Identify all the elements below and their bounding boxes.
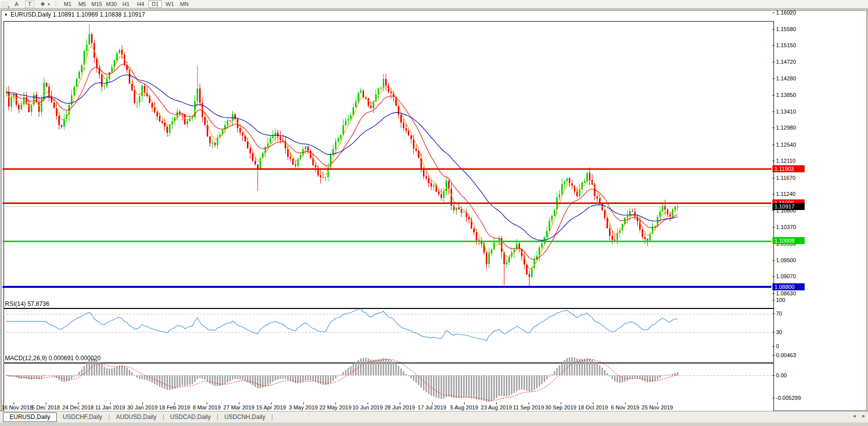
price-axis-tick [772,178,774,178]
macd-axis-label: 0.00463 [776,352,811,359]
price-axis-label: 1.10370 [776,224,811,231]
chevron-down-icon[interactable]: ▾ [48,2,50,7]
timeframe-button-w1[interactable]: W1 [163,1,177,8]
price-tag-108800: 1.08800 [772,283,805,290]
price-axis-tick [772,62,774,62]
text-tool-button[interactable]: T [25,1,34,8]
price-tag-110917: 1.10917 [772,203,805,210]
rsi-label: RSI(14) 57.8736 [5,300,49,307]
timeframe-button-m1[interactable]: M1 [61,1,74,8]
tab-usdcad-daily[interactable]: USDCAD,Daily [164,412,217,422]
rsi-axis-tick [772,332,774,333]
timeframe-button-h1[interactable]: H1 [119,1,133,8]
macd-axis-tick [772,355,774,356]
price-axis-label: 1.16020 [776,9,811,16]
tab-scroll-nav: ◄ ► [852,413,866,418]
price-axis-label: 1.12540 [776,141,811,148]
rsi-axis-tick [772,300,774,300]
symbol-tabs: EURUSD,DailyUSDCHF,Daily|AUDUSD,Daily|US… [0,412,273,422]
price-axis-tick [772,145,774,145]
chart-title-text: EURUSD,Daily 1.10891 1.10969 1.10838 1.1… [11,11,145,18]
price-axis-label: 1.11670 [776,174,811,181]
price-axis-label: 1.09500 [776,257,811,264]
price-axis-label: 1.11240 [776,190,811,197]
chart-collapse-icon[interactable]: ▼ [4,13,8,17]
timeframe-button-m5[interactable]: M5 [75,1,89,8]
toolbar-grip-label: F [8,6,10,9]
macd-axis-tick [772,398,774,398]
price-chart-canvas[interactable] [3,11,771,297]
price-axis-tick [772,95,774,95]
rsi-indicator-canvas[interactable] [3,299,771,352]
price-axis-label: 1.15580 [776,26,811,33]
price-tag-110008: 1.10008 [772,237,805,244]
status-strip [0,422,868,426]
price-axis-label: 1.12980 [776,124,811,131]
rsi-axis-label: 0 [776,343,811,350]
tab-scroll-left-button[interactable]: ◄ [852,413,856,418]
macd-axis-tick [772,375,774,376]
price-tag-111903: 1.11903 [772,165,805,172]
price-axis-tick [772,293,774,294]
price-axis-tick [772,210,774,211]
rsi-axis-tick [772,313,774,314]
price-axis-label: 1.13850 [776,91,811,98]
price-axis-label: 1.14720 [776,58,811,65]
tab-usdcnh-daily[interactable]: USDCNH,Daily [218,412,271,422]
price-axis-tick [772,194,774,194]
rsi-axis-label: 70 [776,310,811,317]
chart-title: ▼ EURUSD,Daily 1.10891 1.10969 1.10838 1… [4,11,145,18]
price-axis-label: 1.14280 [776,75,811,82]
price-axis-label: 1.12110 [776,157,811,164]
rsi-axis-label: 30 [776,329,811,336]
macd-label: MACD(12,26,9) 0.000691 0.000020 [5,355,101,362]
toolbar-grip-icon[interactable]: F [1,2,9,7]
price-axis-tick [772,161,774,161]
price-axis-label: 1.09070 [776,273,811,280]
price-axis-tick [772,29,774,30]
timeframe-button-h4[interactable]: H4 [134,1,147,8]
price-axis-tick [772,78,774,79]
tab-audusd-daily[interactable]: AUDUSD,Daily [110,412,163,422]
date-axis[interactable]: 16 Nov 20185 Dec 201824 Dec 201811 Jan 2… [0,403,866,411]
rsi-axis-label: 100 [776,296,811,303]
price-axis-label: 1.08630 [776,290,811,297]
tab-usdchf-daily[interactable]: USDCHF,Daily [57,412,109,422]
date-axis-label: 25 Nov 2019 [635,404,680,410]
timeframe-button-d1[interactable]: D1 [148,1,162,8]
timeframe-button-m15[interactable]: M15 [90,1,104,8]
price-axis-label: 1.15150 [776,42,811,49]
tab-eurusd-daily[interactable]: EURUSD,Daily [3,412,57,422]
top-toolbar: F A T ❖ ▾ M1M5M15M30H1H4D1W1MN [0,0,868,9]
price-axis-tick [772,112,774,112]
symbol-tab-bar: EURUSD,DailyUSDCHF,Daily|AUDUSD,Daily|US… [0,411,868,422]
macd-indicator-canvas[interactable] [3,354,771,402]
price-axis-tick [772,13,774,13]
price-axis-tick [772,260,774,261]
timeframe-button-mn[interactable]: MN [178,1,191,8]
rsi-axis-tick [772,346,774,347]
price-axis-tick [772,128,774,128]
macd-axis-label: 0.00 [776,372,811,379]
price-axis-tick [772,45,774,46]
timeframe-button-m30[interactable]: M30 [105,1,118,8]
arrows-style-tool-button[interactable]: ❖ [38,1,47,8]
price-axis-tick [772,227,774,228]
tab-scroll-right-button[interactable]: ► [861,413,866,418]
timeframe-button-group: M1M5M15M30H1H4D1W1MN [60,1,192,8]
macd-axis-label: -0.005299 [776,394,811,401]
cursor-tool-button[interactable]: A [12,1,21,8]
tab-separator: | [271,413,273,420]
toolbar-separator [55,1,57,7]
price-axis-label: 1.13410 [776,108,811,115]
price-axis-tick [772,276,774,277]
